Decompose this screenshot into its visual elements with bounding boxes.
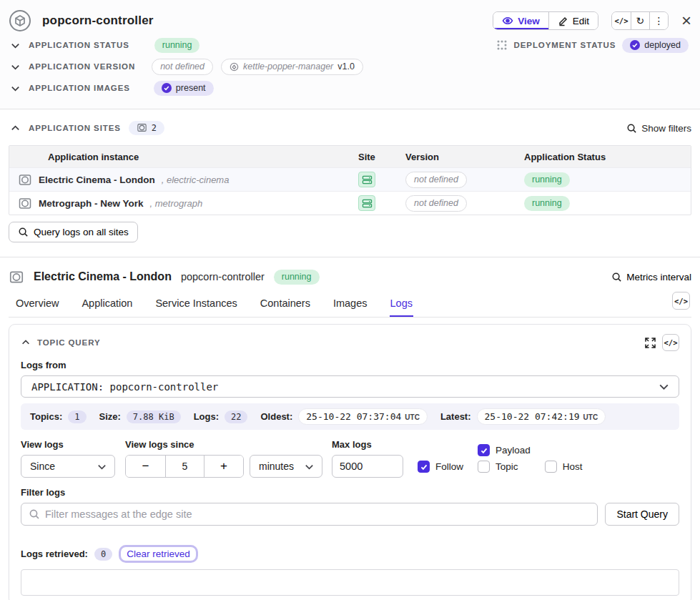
log-output-area[interactable]	[21, 569, 679, 596]
topic-query-label: TOPIC QUERY	[37, 338, 101, 347]
view-logs-select[interactable]: Since	[21, 455, 115, 478]
instance-name: Metrograph - New York	[39, 198, 144, 209]
status-badge: running	[524, 172, 570, 187]
checkbox-icon	[478, 461, 490, 473]
since-unit-select[interactable]: minutes	[250, 455, 322, 478]
search-icon	[611, 272, 622, 282]
version-badge: not defined	[405, 172, 467, 188]
application-sites-section: APPLICATION SITES 2 Show filters Applica…	[0, 109, 700, 257]
topics-count: 1	[68, 410, 86, 423]
app-instance-icon	[137, 123, 147, 132]
log-option-checkboxes: Follow Payload Topic	[418, 444, 583, 478]
tab-images[interactable]: Images	[332, 295, 368, 317]
chevron-down-icon[interactable]	[10, 40, 21, 51]
payload-checkbox[interactable]: Payload	[478, 444, 531, 456]
instance-tabs: Overview Application Service Instances C…	[9, 295, 691, 318]
logs-retrieved-count: 0	[94, 548, 112, 561]
max-logs-label: Max logs	[332, 439, 403, 450]
tab-overview[interactable]: Overview	[15, 295, 59, 317]
topic-checkbox[interactable]: Topic	[478, 461, 531, 473]
chevron-up-icon[interactable]	[10, 123, 21, 134]
version-not-defined-badge: not defined	[152, 59, 213, 75]
sites-table-header: Application instance Site Version Applic…	[9, 146, 691, 167]
chevron-up-icon[interactable]	[21, 338, 31, 348]
instance-id: , electric-cinema	[162, 174, 230, 185]
checkbox-icon	[478, 444, 490, 456]
view-button[interactable]: View	[493, 12, 548, 29]
code-view-icon[interactable]: </>	[662, 334, 679, 351]
follow-checkbox[interactable]: Follow	[418, 461, 463, 473]
pencil-icon	[558, 16, 568, 26]
chevron-down-icon	[658, 380, 670, 393]
size-label: Size:	[99, 411, 121, 422]
tab-containers[interactable]: Containers	[260, 295, 311, 317]
kebab-menu-icon[interactable]: ⋮	[649, 12, 668, 29]
size-value: 7.88 KiB	[127, 410, 181, 423]
sites-table: Application instance Site Version Applic…	[9, 145, 691, 215]
code-view-icon[interactable]: </>	[672, 292, 690, 310]
code-view-icon[interactable]: </>	[612, 12, 631, 29]
view-edit-toggle: View Edit	[493, 11, 598, 30]
chevron-down-icon[interactable]	[10, 62, 21, 72]
query-logs-all-sites-button[interactable]: Query logs on all sites	[9, 222, 138, 242]
deployment-grid-icon	[496, 39, 508, 51]
table-row[interactable]: Metrograph - New York, metrograph not de…	[9, 191, 691, 215]
tag-icon	[230, 62, 239, 72]
topic-stats-strip: Topics: 1 Size: 7.88 KiB Logs: 22 Oldest…	[21, 403, 679, 430]
host-checkbox[interactable]: Host	[545, 461, 583, 473]
site-icon[interactable]	[358, 195, 375, 211]
close-icon[interactable]: ×	[681, 12, 691, 29]
tab-logs[interactable]: Logs	[390, 295, 413, 317]
sites-count-badge: 2	[129, 121, 164, 135]
metrics-interval-button[interactable]: Metrics interval	[611, 272, 691, 282]
max-logs-input[interactable]	[332, 455, 403, 478]
col-version: Version	[405, 152, 524, 162]
version-number: v1.0	[337, 62, 355, 72]
application-images-label: APPLICATION IMAGES	[29, 84, 130, 92]
decrement-button[interactable]: −	[126, 456, 165, 477]
images-present-badge: present	[154, 81, 214, 96]
start-query-button[interactable]: Start Query	[605, 503, 679, 526]
checkbox-icon	[418, 461, 430, 473]
filter-logs-label: Filter logs	[21, 487, 679, 498]
since-amount-value[interactable]: 5	[165, 456, 204, 477]
chevron-down-icon[interactable]	[10, 83, 21, 94]
col-site: Site	[358, 152, 405, 162]
checkbox-icon	[545, 461, 557, 473]
instance-id: , metrograph	[150, 198, 203, 209]
col-application-status: Application Status	[524, 152, 691, 162]
version-badge: not defined	[405, 195, 467, 212]
fullscreen-expand-icon[interactable]	[645, 338, 656, 348]
oldest-timestamp: 25-10-22 07:37:04 UTC	[298, 408, 428, 425]
status-badge: running	[524, 196, 570, 211]
instance-detail-section: Electric Cinema - London popcorn-control…	[0, 257, 700, 600]
search-icon	[18, 227, 29, 237]
search-icon	[29, 508, 40, 520]
deployment-status-badge: deployed	[622, 38, 689, 53]
instance-title: Electric Cinema - London	[34, 270, 172, 283]
chevron-down-icon	[97, 461, 107, 472]
table-row[interactable]: Electric Cinema - London, electric-cinem…	[9, 167, 691, 191]
tab-application[interactable]: Application	[81, 295, 133, 317]
view-logs-since-label: View logs since	[125, 439, 322, 450]
refresh-icon[interactable]: ↻	[631, 12, 649, 29]
latest-label: Latest:	[440, 411, 471, 422]
version-manager-badge: kettle-popper-manager v1.0	[221, 59, 363, 75]
topic-query-panel: TOPIC QUERY </> Logs from APPLICATION: p…	[9, 324, 691, 600]
site-icon[interactable]	[358, 172, 375, 187]
latest-timestamp: 25-10-22 07:42:19 UTC	[477, 408, 606, 425]
instance-status-badge: running	[274, 270, 320, 285]
tab-service-instances[interactable]: Service Instances	[154, 295, 237, 317]
application-status-badge: running	[154, 38, 200, 53]
logs-from-select[interactable]: APPLICATION: popcorn-controller	[21, 375, 679, 398]
view-logs-label: View logs	[21, 439, 115, 450]
clear-retrieved-button[interactable]: Clear retrieved	[119, 545, 198, 563]
instance-name: Electric Cinema - London	[39, 174, 155, 185]
filter-messages-input[interactable]	[21, 503, 598, 526]
edit-button[interactable]: Edit	[548, 12, 598, 29]
show-filters-button[interactable]: Show filters	[626, 123, 691, 134]
eye-icon	[502, 15, 513, 26]
logs-label: Logs:	[194, 411, 219, 422]
increment-button[interactable]: +	[204, 456, 243, 477]
application-summary-section: popcorn-controller View	[0, 0, 700, 109]
